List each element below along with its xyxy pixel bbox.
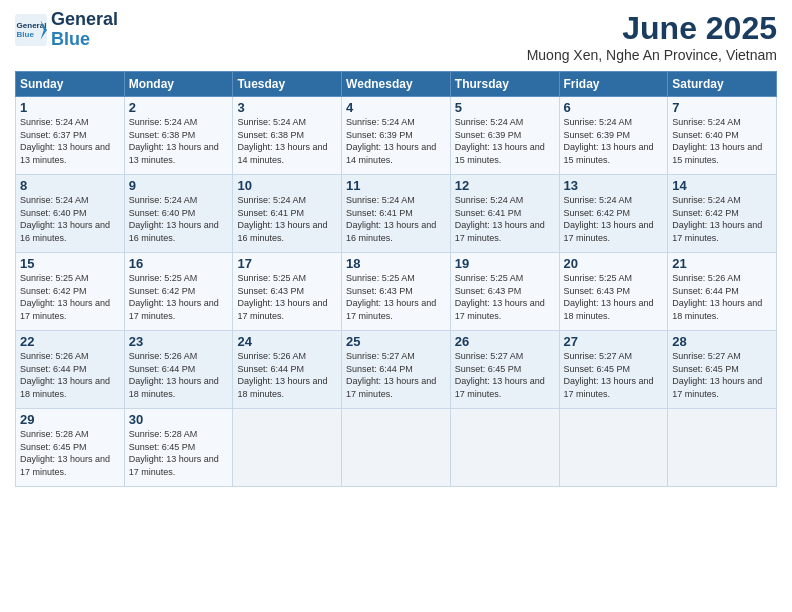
calendar-day-13: 13Sunrise: 5:24 AMSunset: 6:42 PMDayligh…	[559, 175, 668, 253]
calendar-day-29: 29Sunrise: 5:28 AMSunset: 6:45 PMDayligh…	[16, 409, 125, 487]
header-tuesday: Tuesday	[233, 72, 342, 97]
calendar-day-12: 12Sunrise: 5:24 AMSunset: 6:41 PMDayligh…	[450, 175, 559, 253]
location: Muong Xen, Nghe An Province, Vietnam	[527, 47, 777, 63]
calendar-day-5: 5Sunrise: 5:24 AMSunset: 6:39 PMDaylight…	[450, 97, 559, 175]
calendar-day-9: 9Sunrise: 5:24 AMSunset: 6:40 PMDaylight…	[124, 175, 233, 253]
calendar-day-23: 23Sunrise: 5:26 AMSunset: 6:44 PMDayligh…	[124, 331, 233, 409]
calendar-day-17: 17Sunrise: 5:25 AMSunset: 6:43 PMDayligh…	[233, 253, 342, 331]
calendar-day-3: 3Sunrise: 5:24 AMSunset: 6:38 PMDaylight…	[233, 97, 342, 175]
calendar-day-30: 30Sunrise: 5:28 AMSunset: 6:45 PMDayligh…	[124, 409, 233, 487]
calendar-day-24: 24Sunrise: 5:26 AMSunset: 6:44 PMDayligh…	[233, 331, 342, 409]
calendar-day-21: 21Sunrise: 5:26 AMSunset: 6:44 PMDayligh…	[668, 253, 777, 331]
header-monday: Monday	[124, 72, 233, 97]
calendar-week-5: 29Sunrise: 5:28 AMSunset: 6:45 PMDayligh…	[16, 409, 777, 487]
calendar-day-18: 18Sunrise: 5:25 AMSunset: 6:43 PMDayligh…	[342, 253, 451, 331]
calendar-day-27: 27Sunrise: 5:27 AMSunset: 6:45 PMDayligh…	[559, 331, 668, 409]
title-block: June 2025 Muong Xen, Nghe An Province, V…	[527, 10, 777, 63]
calendar-day-20: 20Sunrise: 5:25 AMSunset: 6:43 PMDayligh…	[559, 253, 668, 331]
calendar-week-1: 1Sunrise: 5:24 AMSunset: 6:37 PMDaylight…	[16, 97, 777, 175]
calendar-day-16: 16Sunrise: 5:25 AMSunset: 6:42 PMDayligh…	[124, 253, 233, 331]
calendar-day-7: 7Sunrise: 5:24 AMSunset: 6:40 PMDaylight…	[668, 97, 777, 175]
svg-text:General: General	[17, 20, 47, 29]
calendar-day-28: 28Sunrise: 5:27 AMSunset: 6:45 PMDayligh…	[668, 331, 777, 409]
month-year: June 2025	[527, 10, 777, 47]
page-header: General Blue General Blue June 2025 Muon…	[15, 10, 777, 63]
calendar-day-19: 19Sunrise: 5:25 AMSunset: 6:43 PMDayligh…	[450, 253, 559, 331]
calendar-day-26: 26Sunrise: 5:27 AMSunset: 6:45 PMDayligh…	[450, 331, 559, 409]
calendar-day-4: 4Sunrise: 5:24 AMSunset: 6:39 PMDaylight…	[342, 97, 451, 175]
calendar-week-4: 22Sunrise: 5:26 AMSunset: 6:44 PMDayligh…	[16, 331, 777, 409]
calendar-day-22: 22Sunrise: 5:26 AMSunset: 6:44 PMDayligh…	[16, 331, 125, 409]
calendar-day-6: 6Sunrise: 5:24 AMSunset: 6:39 PMDaylight…	[559, 97, 668, 175]
logo: General Blue General Blue	[15, 10, 118, 50]
logo-icon: General Blue	[15, 14, 47, 46]
calendar-day-8: 8Sunrise: 5:24 AMSunset: 6:40 PMDaylight…	[16, 175, 125, 253]
calendar-day-empty	[668, 409, 777, 487]
header-wednesday: Wednesday	[342, 72, 451, 97]
calendar-header-row: SundayMondayTuesdayWednesdayThursdayFrid…	[16, 72, 777, 97]
calendar-day-11: 11Sunrise: 5:24 AMSunset: 6:41 PMDayligh…	[342, 175, 451, 253]
calendar-day-25: 25Sunrise: 5:27 AMSunset: 6:44 PMDayligh…	[342, 331, 451, 409]
calendar-day-1: 1Sunrise: 5:24 AMSunset: 6:37 PMDaylight…	[16, 97, 125, 175]
calendar-week-2: 8Sunrise: 5:24 AMSunset: 6:40 PMDaylight…	[16, 175, 777, 253]
header-sunday: Sunday	[16, 72, 125, 97]
calendar-day-10: 10Sunrise: 5:24 AMSunset: 6:41 PMDayligh…	[233, 175, 342, 253]
header-saturday: Saturday	[668, 72, 777, 97]
calendar-day-empty	[559, 409, 668, 487]
header-friday: Friday	[559, 72, 668, 97]
calendar-day-empty	[233, 409, 342, 487]
calendar-week-3: 15Sunrise: 5:25 AMSunset: 6:42 PMDayligh…	[16, 253, 777, 331]
calendar-day-14: 14Sunrise: 5:24 AMSunset: 6:42 PMDayligh…	[668, 175, 777, 253]
calendar-day-empty	[342, 409, 451, 487]
calendar-table: SundayMondayTuesdayWednesdayThursdayFrid…	[15, 71, 777, 487]
calendar-day-15: 15Sunrise: 5:25 AMSunset: 6:42 PMDayligh…	[16, 253, 125, 331]
calendar-day-2: 2Sunrise: 5:24 AMSunset: 6:38 PMDaylight…	[124, 97, 233, 175]
header-thursday: Thursday	[450, 72, 559, 97]
logo-text: General Blue	[51, 10, 118, 50]
calendar-day-empty	[450, 409, 559, 487]
svg-text:Blue: Blue	[17, 30, 35, 39]
